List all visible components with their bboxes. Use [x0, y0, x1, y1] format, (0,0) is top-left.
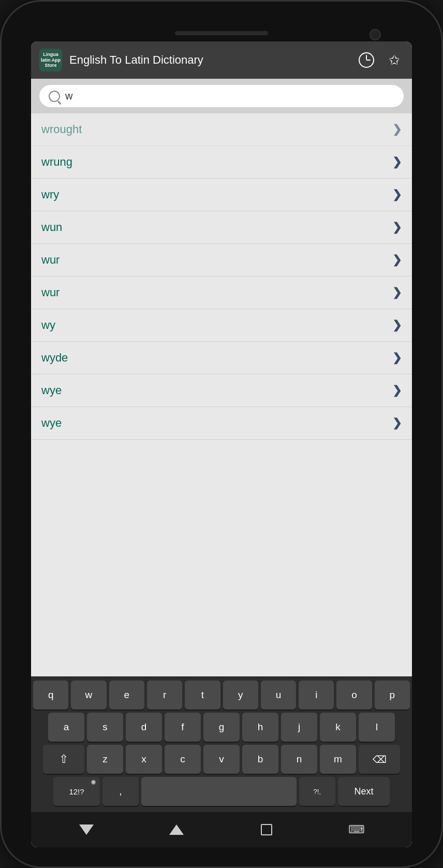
list-item[interactable]: wun ❯: [31, 211, 412, 244]
list-item[interactable]: wy ❯: [31, 309, 412, 342]
key-next[interactable]: Next: [338, 777, 390, 806]
word-arrow: ❯: [392, 351, 402, 365]
camera: [370, 29, 381, 40]
search-container: w: [31, 79, 412, 113]
search-bar[interactable]: w: [39, 85, 404, 107]
favorites-button[interactable]: ✩: [385, 51, 404, 69]
key-x[interactable]: x: [126, 745, 162, 774]
key-v[interactable]: v: [203, 745, 240, 774]
speaker-grille: [175, 31, 268, 35]
key-d[interactable]: d: [126, 713, 162, 742]
list-item[interactable]: wur ❯: [31, 244, 412, 277]
list-item[interactable]: wry ❯: [31, 179, 412, 211]
key-u[interactable]: u: [261, 681, 296, 710]
word-text: wry: [41, 188, 59, 201]
list-item[interactable]: wrought ❯: [31, 113, 412, 146]
word-arrow: ❯: [392, 188, 402, 201]
key-b[interactable]: b: [242, 745, 278, 774]
word-arrow: ❯: [392, 123, 402, 136]
keyboard-row-4: ⚙ 12!? , ?!. Next: [33, 777, 410, 806]
home-button[interactable]: [164, 819, 189, 840]
word-text: wrung: [41, 155, 72, 169]
list-item[interactable]: wrung ❯: [31, 146, 412, 179]
key-a[interactable]: a: [48, 713, 84, 742]
word-arrow: ❯: [392, 319, 402, 332]
key-e[interactable]: e: [109, 681, 144, 710]
key-q[interactable]: q: [33, 681, 68, 710]
word-text: wyde: [41, 351, 68, 365]
key-n[interactable]: n: [281, 745, 317, 774]
recents-button[interactable]: [254, 819, 279, 840]
word-arrow: ❯: [392, 155, 402, 169]
word-arrow: ❯: [392, 253, 402, 267]
star-icon: ✩: [389, 52, 400, 68]
keyboard: q w e r t y u i o p a s d f g h j k: [31, 676, 412, 812]
clock-icon: [359, 52, 374, 68]
word-text: wur: [41, 286, 60, 299]
word-text: wy: [41, 319, 55, 332]
key-comma[interactable]: ,: [102, 777, 139, 806]
key-z[interactable]: z: [87, 745, 123, 774]
key-t[interactable]: t: [185, 681, 220, 710]
key-shift[interactable]: ⇧: [43, 745, 84, 774]
key-numbers[interactable]: ⚙ 12!?: [53, 777, 100, 806]
recents-icon: [261, 824, 272, 835]
word-text: wun: [41, 221, 62, 234]
word-text: wur: [41, 253, 60, 267]
key-c[interactable]: c: [165, 745, 201, 774]
key-space[interactable]: [141, 777, 297, 806]
phone-screen: Lingua latin App Store English To Latin …: [31, 41, 412, 847]
app-icon-text: Lingua latin App Store: [39, 52, 62, 68]
list-item[interactable]: wyde ❯: [31, 342, 412, 374]
word-text: wye: [41, 416, 62, 430]
key-m[interactable]: m: [320, 745, 356, 774]
word-arrow: ❯: [392, 416, 402, 430]
key-g[interactable]: g: [203, 713, 240, 742]
word-arrow: ❯: [392, 221, 402, 234]
keyboard-row-2: a s d f g h j k l: [33, 713, 410, 742]
word-text: wrought: [41, 123, 82, 136]
key-period[interactable]: ?!.: [299, 777, 335, 806]
key-y[interactable]: y: [223, 681, 258, 710]
history-button[interactable]: [357, 51, 376, 69]
search-input[interactable]: w: [65, 90, 72, 102]
key-i[interactable]: i: [299, 681, 334, 710]
list-item[interactable]: wye ❯: [31, 374, 412, 407]
key-f[interactable]: f: [165, 713, 201, 742]
home-icon: [169, 824, 184, 835]
header-icons: ✩: [357, 51, 404, 69]
phone-frame: Lingua latin App Store English To Latin …: [0, 0, 443, 868]
key-j[interactable]: j: [281, 713, 317, 742]
clock-hands: [360, 53, 373, 67]
keyboard-row-1: q w e r t y u i o p: [33, 681, 410, 710]
word-arrow: ❯: [392, 384, 402, 397]
key-h[interactable]: h: [242, 713, 278, 742]
key-w[interactable]: w: [71, 681, 106, 710]
word-text: wye: [41, 384, 62, 397]
back-icon: [79, 824, 94, 835]
app-title: English To Latin Dictionary: [69, 53, 357, 67]
key-l[interactable]: l: [359, 713, 395, 742]
phone-top-bar: [31, 31, 412, 35]
list-item[interactable]: wye ❯: [31, 407, 412, 440]
key-k[interactable]: k: [320, 713, 356, 742]
key-r[interactable]: r: [147, 681, 182, 710]
app-header: Lingua latin App Store English To Latin …: [31, 41, 412, 79]
key-p[interactable]: p: [375, 681, 410, 710]
key-backspace[interactable]: ⌫: [359, 745, 400, 774]
keyboard-toggle-button[interactable]: ⌨: [344, 819, 370, 840]
key-s[interactable]: s: [87, 713, 123, 742]
word-arrow: ❯: [392, 286, 402, 299]
app-icon: Lingua latin App Store: [39, 49, 62, 71]
search-icon: [49, 91, 60, 102]
bottom-nav: ⌨: [31, 812, 412, 847]
key-o[interactable]: o: [336, 681, 372, 710]
keyboard-row-3: ⇧ z x c v b n m ⌫: [33, 745, 410, 774]
back-button[interactable]: [73, 819, 99, 840]
keyboard-toggle-icon: ⌨: [348, 823, 365, 836]
list-item[interactable]: wur ❯: [31, 277, 412, 309]
word-list: wrought ❯ wrung ❯ wry ❯ wun ❯ wur ❯ wur …: [31, 113, 412, 676]
